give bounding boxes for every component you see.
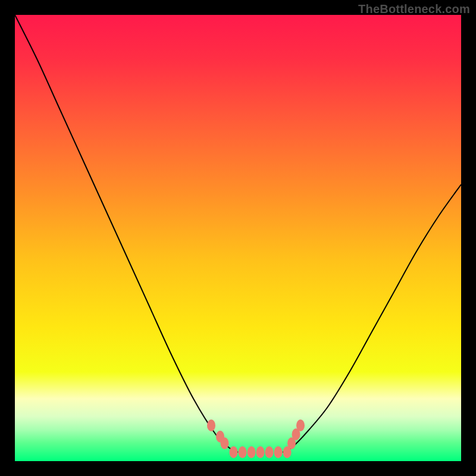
bottom-band-point — [230, 446, 238, 458]
markers-left-point — [207, 419, 215, 431]
bottom-band-point — [283, 446, 292, 458]
chart-outer-frame: TheBottleneck.com — [0, 0, 476, 476]
chart-background — [15, 15, 461, 461]
markers-left-point — [221, 437, 229, 449]
markers-right-point — [296, 419, 305, 431]
bottleneck-chart-svg — [15, 15, 461, 461]
bottom-band-point — [239, 446, 247, 458]
watermark-text: TheBottleneck.com — [358, 2, 470, 16]
bottom-band-point — [274, 446, 283, 458]
bottom-band-point — [248, 446, 256, 458]
bottom-band-point — [256, 446, 265, 458]
bottom-band-point — [265, 446, 274, 458]
